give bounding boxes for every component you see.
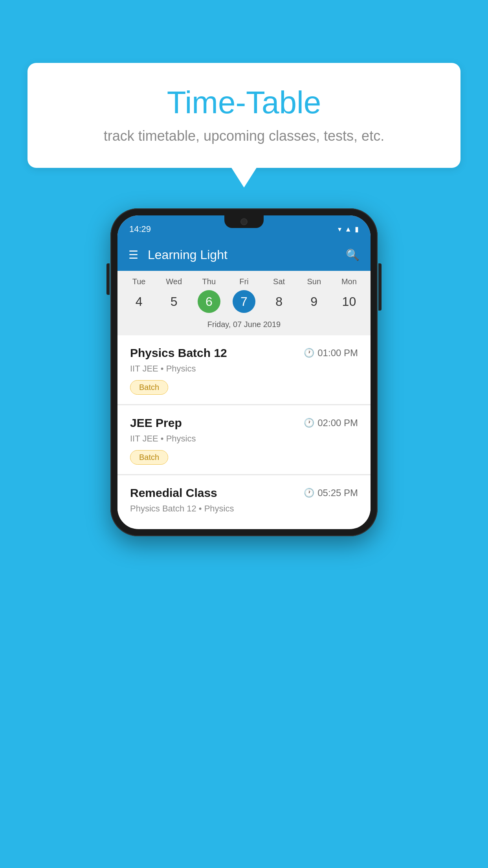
schedule-item[interactable]: JEE Prep🕐02:00 PMIIT JEE • PhysicsBatch xyxy=(117,405,371,474)
batch-badge: Batch xyxy=(130,380,168,395)
item-title: Remedial Class xyxy=(130,486,217,500)
day-num-10[interactable]: 10 xyxy=(338,290,360,313)
item-header: Remedial Class🕐05:25 PM xyxy=(130,486,358,500)
batch-badge: Batch xyxy=(130,450,168,465)
day-col-mon[interactable]: Mon10 xyxy=(333,277,365,313)
item-time-text: 02:00 PM xyxy=(317,417,358,428)
speech-bubble: Time-Table track timetable, upcoming cla… xyxy=(28,63,460,168)
days-row: Tue4Wed5Thu6Fri7Sat8Sun9Mon10 xyxy=(117,277,371,313)
app-title: Learning Light xyxy=(148,248,336,262)
app-bar: ☰ Learning Light 🔍 xyxy=(117,239,371,271)
clock-icon: 🕐 xyxy=(304,348,314,358)
day-label-thu: Thu xyxy=(202,277,216,286)
week-strip: Tue4Wed5Thu6Fri7Sat8Sun9Mon10 Friday, 07… xyxy=(117,271,371,335)
day-col-wed[interactable]: Wed5 xyxy=(158,277,190,313)
item-title: JEE Prep xyxy=(130,416,182,430)
day-col-sun[interactable]: Sun9 xyxy=(298,277,330,313)
phone-screen: 14:29 ▾ ▲ ▮ ☰ Learning Light 🔍 Tue4Wed5T… xyxy=(117,215,371,529)
day-num-5[interactable]: 5 xyxy=(163,290,185,313)
status-icons: ▾ ▲ ▮ xyxy=(338,225,359,234)
clock-icon: 🕐 xyxy=(304,488,314,498)
schedule-list: Physics Batch 12🕐01:00 PMIIT JEE • Physi… xyxy=(117,335,371,528)
schedule-item[interactable]: Physics Batch 12🕐01:00 PMIIT JEE • Physi… xyxy=(117,335,371,404)
item-time: 🕐02:00 PM xyxy=(304,417,358,428)
battery-icon: ▮ xyxy=(355,225,359,234)
bubble-title: Time-Table xyxy=(51,85,437,121)
day-label-mon: Mon xyxy=(341,277,357,286)
wifi-icon: ▾ xyxy=(338,225,341,234)
day-label-fri: Fri xyxy=(239,277,248,286)
clock-icon: 🕐 xyxy=(304,418,314,428)
day-num-9[interactable]: 9 xyxy=(303,290,325,313)
item-time: 🕐01:00 PM xyxy=(304,348,358,359)
speech-bubble-container: Time-Table track timetable, upcoming cla… xyxy=(28,63,460,168)
item-time-text: 01:00 PM xyxy=(317,348,358,359)
day-label-sat: Sat xyxy=(273,277,285,286)
item-subtitle: IIT JEE • Physics xyxy=(130,364,358,374)
search-icon[interactable]: 🔍 xyxy=(346,248,360,261)
day-col-tue[interactable]: Tue4 xyxy=(123,277,155,313)
day-label-wed: Wed xyxy=(166,277,182,286)
item-subtitle: Physics Batch 12 • Physics xyxy=(130,504,358,514)
item-subtitle: IIT JEE • Physics xyxy=(130,434,358,444)
status-time: 14:29 xyxy=(129,224,151,234)
day-col-fri[interactable]: Fri7 xyxy=(228,277,260,313)
phone-outer: 14:29 ▾ ▲ ▮ ☰ Learning Light 🔍 Tue4Wed5T… xyxy=(110,208,378,536)
schedule-item[interactable]: Remedial Class🕐05:25 PMPhysics Batch 12 … xyxy=(117,475,371,528)
phone-notch xyxy=(224,215,264,228)
phone-mockup: 14:29 ▾ ▲ ▮ ☰ Learning Light 🔍 Tue4Wed5T… xyxy=(110,208,378,536)
item-header: JEE Prep🕐02:00 PM xyxy=(130,416,358,430)
day-num-4[interactable]: 4 xyxy=(128,290,150,313)
item-title: Physics Batch 12 xyxy=(130,346,227,360)
phone-camera xyxy=(240,218,248,225)
bubble-subtitle: track timetable, upcoming classes, tests… xyxy=(51,128,437,144)
day-num-6[interactable]: 6 xyxy=(198,290,220,313)
day-col-thu[interactable]: Thu6 xyxy=(193,277,225,313)
day-num-8[interactable]: 8 xyxy=(268,290,290,313)
selected-date-label: Friday, 07 June 2019 xyxy=(117,316,371,335)
signal-icon: ▲ xyxy=(345,225,352,234)
day-label-tue: Tue xyxy=(132,277,146,286)
item-time: 🕐05:25 PM xyxy=(304,487,358,498)
day-num-7[interactable]: 7 xyxy=(233,290,255,313)
item-time-text: 05:25 PM xyxy=(317,487,358,498)
day-label-sun: Sun xyxy=(307,277,321,286)
day-col-sat[interactable]: Sat8 xyxy=(263,277,295,313)
hamburger-icon[interactable]: ☰ xyxy=(128,250,138,261)
item-header: Physics Batch 12🕐01:00 PM xyxy=(130,346,358,360)
